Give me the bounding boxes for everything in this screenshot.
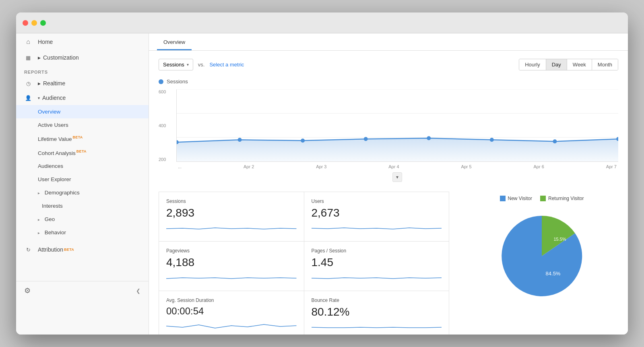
metric-card-sessions: Sessions 2,893	[159, 192, 304, 241]
expand-realtime-icon: ▸	[38, 80, 41, 87]
tabs-bar: Overview	[149, 33, 628, 51]
new-visitor-legend-label: New Visitor	[508, 196, 532, 201]
expand-customization-icon: ▸	[38, 54, 41, 61]
sidebar: ⌂ Home ▦ ▸ Customization REPORTS ◷ ▸ Rea…	[16, 33, 149, 335]
returning-visitor-pct-label: 15.5%	[553, 237, 566, 242]
titlebar	[16, 12, 628, 33]
geo-expand-icon: ▸	[38, 217, 40, 222]
maximize-button[interactable]	[40, 20, 46, 26]
realtime-label: Realtime	[43, 80, 65, 87]
sidebar-item-home[interactable]: ⌂ Home	[16, 33, 149, 50]
metric-card-pages-session: Pages / Session 1.45	[304, 242, 449, 291]
sidebar-item-lifetime-value[interactable]: Lifetime ValueBETA	[16, 132, 149, 146]
y-axis-labels: 600 400 200	[159, 89, 169, 162]
sidebar-collapse-button[interactable]: ❮	[136, 288, 140, 294]
expand-audience-icon: ▾	[38, 96, 40, 100]
pages-session-title: Pages / Session	[312, 248, 442, 254]
cohort-analysis-beta-badge: BETA	[76, 149, 87, 153]
chart-collapse-button[interactable]: ▾	[392, 172, 402, 182]
main-content: Overview Sessions ▾ vs. Select a metric	[149, 33, 628, 335]
metric-card-users: Users 2,673	[304, 192, 449, 241]
select-metric-link[interactable]: Select a metric	[209, 62, 244, 68]
metrics-block: Sessions 2,893 Users 2,673	[159, 192, 457, 335]
svg-point-4	[238, 138, 242, 142]
chart-section: Sessions 600 400 200	[159, 78, 618, 184]
svg-point-7	[427, 136, 431, 140]
pageviews-title: Pageviews	[166, 248, 297, 254]
dropdown-arrow-icon: ▾	[187, 62, 189, 67]
chart-wrapper: 600 400 200	[159, 89, 618, 184]
time-btn-month[interactable]: Month	[592, 59, 618, 70]
sidebar-item-interests[interactable]: Interests	[16, 199, 149, 213]
pages-session-value: 1.45	[312, 256, 442, 269]
time-btn-hourly[interactable]: Hourly	[519, 59, 546, 70]
customization-icon: ▦	[24, 55, 32, 61]
sidebar-item-audience[interactable]: 👤 ▾ Audience	[16, 91, 149, 105]
sidebar-item-attribution[interactable]: ↻ AttributionBETA	[16, 242, 149, 257]
vs-label: vs.	[198, 62, 205, 68]
bounce-rate-title: Bounce Rate	[312, 297, 442, 303]
pie-chart-svg: 84.5% 15.5%	[493, 208, 590, 304]
svg-point-5	[301, 138, 305, 143]
new-visitor-pct-label: 84.5%	[546, 271, 561, 277]
sidebar-item-cohort-analysis[interactable]: Cohort AnalysisBETA	[16, 146, 149, 160]
sidebar-item-overview[interactable]: Overview	[16, 105, 149, 118]
time-btn-week[interactable]: Week	[567, 59, 592, 70]
content-area: Sessions ▾ vs. Select a metric Hourly Da…	[149, 51, 628, 335]
pie-legend: New Visitor Returning Visitor	[500, 196, 584, 201]
sidebar-item-geo[interactable]: ▸ Geo	[16, 213, 149, 226]
metric-card-pageviews: Pageviews 4,188	[159, 242, 304, 291]
pie-chart-block: New Visitor Returning Visitor	[465, 192, 618, 335]
close-button[interactable]	[23, 20, 28, 26]
pages-session-sparkline	[312, 272, 442, 284]
line-chart-svg	[176, 89, 618, 162]
metric-card-avg-session: Avg. Session Duration 00:00:54	[159, 291, 304, 335]
avg-session-value: 00:00:54	[166, 306, 297, 317]
sessions-sparkline	[166, 223, 297, 235]
time-btn-day[interactable]: Day	[546, 59, 567, 70]
home-label: Home	[38, 39, 53, 45]
app-window: ⌂ Home ▦ ▸ Customization REPORTS ◷ ▸ Rea…	[16, 12, 628, 335]
returning-visitor-legend-color	[540, 196, 546, 201]
reports-section-label: REPORTS	[16, 65, 149, 76]
realtime-icon: ◷	[24, 81, 32, 87]
sidebar-item-audiences[interactable]: Audiences	[16, 159, 149, 173]
svg-point-8	[490, 138, 494, 142]
bounce-rate-sparkline	[312, 322, 442, 334]
sessions-legend-label: Sessions	[167, 78, 188, 85]
time-period-buttons: Hourly Day Week Month	[519, 59, 618, 70]
demographics-expand-icon: ▸	[38, 191, 40, 195]
sidebar-item-behavior[interactable]: ▸ Behavior	[16, 226, 149, 239]
bounce-rate-value: 80.12%	[312, 306, 442, 318]
avg-session-sparkline	[166, 320, 297, 332]
chart-collapse-area: ▾	[176, 171, 618, 184]
sessions-legend-dot	[159, 79, 163, 84]
svg-point-9	[553, 139, 557, 143]
attribution-beta-badge: BETA	[64, 248, 74, 252]
audience-icon: 👤	[24, 95, 32, 101]
sidebar-item-user-explorer[interactable]: User Explorer	[16, 173, 149, 186]
sidebar-item-realtime[interactable]: ◷ ▸ Realtime	[16, 76, 149, 91]
users-value: 2,673	[312, 207, 442, 219]
returning-visitor-legend-label: Returning Visitor	[548, 196, 584, 201]
controls-row: Sessions ▾ vs. Select a metric Hourly Da…	[159, 59, 618, 70]
selected-metric-label: Sessions	[163, 62, 184, 68]
svg-point-6	[364, 137, 368, 141]
avg-session-title: Avg. Session Duration	[166, 297, 297, 303]
sessions-title: Sessions	[166, 198, 297, 204]
settings-icon[interactable]: ⚙	[24, 286, 31, 295]
minimize-button[interactable]	[31, 20, 37, 26]
pie-legend-new-visitor: New Visitor	[500, 196, 532, 201]
metric-dropdown[interactable]: Sessions ▾	[159, 59, 193, 70]
lifetime-value-beta-badge: BETA	[73, 135, 83, 139]
x-axis-labels: ... Apr 2 Apr 3 Apr 4 Apr 5 Apr 6 Apr 7	[176, 164, 618, 169]
chart-legend: Sessions	[159, 78, 618, 85]
sidebar-item-demographics[interactable]: ▸ Demographics	[16, 186, 149, 199]
sidebar-item-active-users[interactable]: Active Users	[16, 118, 149, 132]
pageviews-sparkline	[166, 272, 297, 284]
tab-overview[interactable]: Overview	[157, 33, 192, 50]
users-sparkline	[312, 223, 442, 235]
sidebar-footer: ⚙ ❮	[16, 281, 149, 300]
attribution-label: Attribution	[38, 246, 63, 253]
sidebar-item-customization[interactable]: ▦ ▸ Customization	[16, 50, 149, 65]
